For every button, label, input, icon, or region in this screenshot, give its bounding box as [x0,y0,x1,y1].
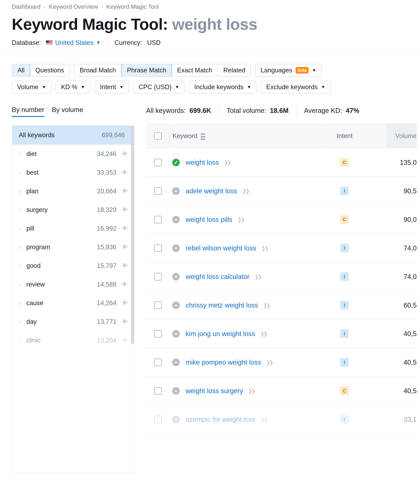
scrollbar[interactable] [131,126,134,344]
breadcrumb-item[interactable]: Dashboard [12,3,41,10]
seg-btn-questions[interactable]: Questions [30,64,69,76]
keyword-link[interactable]: chrissy metz weight loss [186,301,258,309]
row-checkbox[interactable] [154,387,162,395]
row-checkbox[interactable] [154,416,162,423]
expand-icon[interactable]: ❯❯ [260,331,267,337]
filter-kd-[interactable]: KD % ▼ [56,81,90,93]
languages-dropdown[interactable]: Languages beta ▼ [255,64,322,77]
row-checkbox[interactable] [154,273,162,281]
breadcrumb-item[interactable]: Keyword Magic Tool [106,3,159,10]
sidebar-item-program[interactable]: ›program15,936👁 [12,238,134,257]
filter-volume[interactable]: Volume ▼ [12,81,51,93]
keyword-link[interactable]: weight loss calculator [186,273,250,281]
row-checkbox[interactable] [154,244,162,252]
chevron-right-icon: › [17,263,22,269]
expand-icon[interactable]: ❯❯ [224,160,230,165]
eye-icon[interactable]: 👁 [121,187,129,195]
volume-value: 135,0 [365,159,417,166]
plus-circle-icon[interactable]: + [172,387,180,395]
expand-icon[interactable]: ❯❯ [261,416,267,422]
intent-badge: I [340,186,349,195]
keyword-link[interactable]: weight loss surgery [186,387,243,395]
expand-icon[interactable]: ❯❯ [266,360,273,365]
plus-circle-icon[interactable]: + [172,216,180,223]
plus-circle-icon[interactable]: + [172,301,180,309]
sidebar-item-surgery[interactable]: ›surgery18,329👁 [12,201,134,219]
keyword-link[interactable]: weight loss [186,159,219,166]
chevron-right-icon: › [17,188,22,194]
sidebar-item-best[interactable]: ›best33,353👁 [12,163,134,182]
sidebar-item-day[interactable]: ›day13,771👁 [12,312,134,331]
seg-btn-all[interactable]: All [12,64,30,77]
filter-cpc-usd-[interactable]: CPC (USD) ▼ [133,81,185,93]
filter-include-keywords[interactable]: Include keywords ▼ [189,81,256,93]
title-query: weight loss [172,15,257,33]
keyword-link[interactable]: mike pompeo weight loss [186,359,261,366]
eye-icon[interactable]: 👁 [121,318,129,325]
eye-icon[interactable]: 👁 [121,262,129,270]
column-intent[interactable]: Intent [324,124,365,148]
breadcrumb-item[interactable]: Keyword Overview [49,3,98,10]
row-checkbox[interactable] [154,330,162,338]
check-circle-icon[interactable]: ✓ [172,159,180,166]
eye-icon[interactable]: 👁 [121,243,129,251]
select-all-checkbox[interactable] [154,132,162,140]
filter-intent[interactable]: Intent ▼ [95,81,129,93]
sidebar-term: plan [26,188,87,195]
plus-circle-icon[interactable]: + [172,273,180,281]
stat-all-keywords: All keywords: 699.6K [146,107,211,114]
row-checkbox[interactable] [154,301,162,309]
plus-circle-icon[interactable]: + [172,416,180,423]
intent-badge: C [340,386,349,395]
eye-icon[interactable]: 👁 [121,150,129,158]
eye-icon[interactable]: 👁 [121,225,129,232]
keyword-link[interactable]: kim jong un weight loss [186,330,255,338]
chevron-right-icon: › [17,151,22,157]
intent-badge: I [340,272,349,281]
database-selector[interactable]: United States ▼ [46,39,101,46]
sidebar-item-pill[interactable]: ›pill16,992👁 [12,219,134,238]
row-checkbox[interactable] [154,359,162,366]
sidebar-item-good[interactable]: ›good15,797👁 [12,257,134,275]
plus-circle-icon[interactable]: + [172,187,180,195]
left-tab-by-number[interactable]: By number [12,106,44,117]
keyword-link[interactable]: weight loss pills [186,216,232,223]
plus-circle-icon[interactable]: + [172,359,180,366]
seg-btn-exact-match[interactable]: Exact Match [172,64,218,76]
eye-icon[interactable]: 👁 [121,336,129,344]
chevron-right-icon: › [101,4,103,10]
row-checkbox[interactable] [154,159,162,166]
expand-icon[interactable]: ❯❯ [237,217,244,222]
keyword-link[interactable]: adele weight loss [186,187,237,195]
column-volume[interactable]: Volume [365,124,417,148]
expand-icon[interactable]: ❯❯ [261,245,268,251]
filter-exclude-keywords[interactable]: Exclude keywords ▼ [261,81,331,93]
column-keyword[interactable]: Keyword ▬▬▬ [170,124,324,148]
intent-badge: I [340,329,349,338]
eye-icon[interactable]: 👁 [121,206,129,214]
sidebar-item-diet[interactable]: ›diet34,246👁 [12,144,134,163]
eye-icon[interactable]: 👁 [121,299,129,307]
sidebar-item-plan[interactable]: ›plan20,664👁 [12,182,134,201]
expand-icon[interactable]: ❯❯ [255,274,261,280]
sidebar-item-clinic[interactable]: ›clinic13,204👁 [12,331,134,350]
plus-circle-icon[interactable]: + [172,330,180,338]
expand-icon[interactable]: ❯❯ [263,302,269,308]
left-tab-by-volume[interactable]: By volume [52,106,83,117]
eye-icon[interactable]: 👁 [121,281,129,288]
sidebar-item-cause[interactable]: ›cause14,264👁 [12,294,134,312]
keyword-link[interactable]: ozempic for weight loss [186,416,256,423]
seg-btn-phrase-match[interactable]: Phrase Match [121,64,172,77]
eye-icon[interactable]: 👁 [121,169,129,176]
expand-icon[interactable]: ❯❯ [242,188,249,194]
sidebar-item-review[interactable]: ›review14,588👁 [12,275,134,294]
seg-btn-broad-match[interactable]: Broad Match [74,64,122,76]
row-checkbox[interactable] [154,187,162,195]
row-checkbox[interactable] [154,216,162,223]
keyword-link[interactable]: rebel wilson weight loss [186,244,256,252]
expand-icon[interactable]: ❯❯ [248,388,255,394]
left-header[interactable]: All keywords 699,646 [12,126,134,144]
plus-circle-icon[interactable]: + [172,244,180,252]
seg-btn-related[interactable]: Related [218,64,251,76]
intent-badge: I [340,358,349,367]
